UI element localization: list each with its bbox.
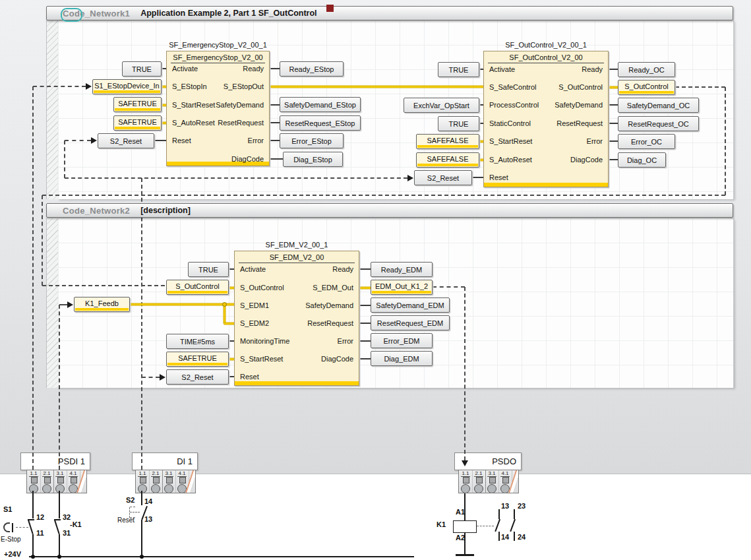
pin-stub (608, 86, 618, 88)
circuit-label-K1: K1 (436, 520, 446, 528)
network2-margin (46, 218, 59, 388)
function-block-SF_EmergencyStop_V2_00[interactable]: SF_EmergencyStop_V2_00ActivateS_EStopInS… (166, 51, 270, 166)
variable-box-Error_OC[interactable]: Error_OC (618, 134, 675, 149)
dashed-connection-line (433, 286, 465, 288)
variable-box-Diag_EStop[interactable]: Diag_EStop (283, 152, 343, 167)
variable-box-S2_Reset[interactable]: S2_Reset (166, 369, 229, 385)
variable-box-ResetRequest_EDM[interactable]: ResetRequest_EDM (371, 315, 450, 330)
dashed-connection-line (33, 86, 86, 87)
terminal-pin-number: 3.1 (53, 470, 67, 476)
function-block-SF_EDM_V2_00[interactable]: SF_EDM_V2_00ActivateS_OutControlS_EDM1S_… (234, 251, 359, 386)
terminal-pin-contact (55, 484, 65, 493)
terminal-pin-2.1: 2.1 (472, 470, 486, 493)
fb-input-pin-Reset: Reset (172, 137, 191, 144)
variable-box-ResetRequest_EStop[interactable]: ResetRequest_EStop (280, 115, 361, 131)
dashed-connection-line (59, 305, 60, 470)
variable-box-SAFEFALSE[interactable]: SAFEFALSE (416, 152, 479, 168)
variable-box-Ready_EDM[interactable]: Ready_EDM (371, 262, 433, 277)
variable-box-SAFETRUE[interactable]: SAFETRUE (113, 115, 162, 131)
variable-box-TRUE[interactable]: TRUE (438, 62, 479, 77)
terminal-pin-2.1: 2.1 (40, 470, 54, 493)
estop-button-icon (3, 522, 10, 532)
fb-input-pin-S_EDM2: S_EDM2 (240, 319, 269, 327)
circuit-wire (464, 493, 466, 520)
circuit-label--K1: -K1 (70, 520, 82, 528)
fb-output-pin-SafetyDemand: SafetyDemand (305, 301, 353, 309)
pin-stub (359, 305, 371, 306)
circuit-wire (514, 532, 515, 541)
terminal-pin-contact (461, 484, 470, 493)
fb-input-pin-S_AutoReset: S_AutoReset (172, 119, 215, 127)
terminal-pin-square (502, 477, 509, 483)
variable-box-TIME#5ms[interactable]: TIME#5ms (166, 334, 229, 349)
variable-box-SafetyDemand_EStop[interactable]: SafetyDemand_EStop (280, 97, 361, 112)
variable-box-TRUE[interactable]: TRUE (122, 61, 162, 77)
circuit-label-+24V: +24V (4, 550, 21, 558)
dashed-connection-line (675, 86, 725, 88)
variable-box-Diag_OC[interactable]: Diag_OC (618, 152, 666, 168)
terminal-pin-number: 1.1 (27, 470, 40, 476)
network2-description[interactable]: [description] (140, 206, 191, 215)
circuit-wire (54, 519, 61, 520)
variable-box-SafetyDemand_EDM[interactable]: SafetyDemand_EDM (371, 297, 450, 313)
variable-box-S2_Reset[interactable]: S2_Reset (414, 170, 472, 185)
connection-arrow (86, 83, 92, 90)
fb-instance-name: SF_EDM_V2_00_1 (234, 241, 359, 249)
mechanical-link-line (477, 526, 494, 526)
variable-box-S_OutControl[interactable]: S_OutControl (618, 80, 675, 95)
circuit-wire (141, 520, 142, 557)
terminal-strip-PSDO: 1.12.13.14.1 (458, 470, 519, 493)
circuit-label-A1: A1 (456, 508, 465, 516)
variable-box-SAFEFALSE[interactable]: SAFEFALSE (416, 134, 479, 149)
terminal-pin-contact (487, 484, 496, 493)
circuit-label-24: 24 (518, 533, 526, 541)
terminal-pin-contact (151, 484, 160, 493)
safety-wire (224, 323, 234, 325)
contactor-coil-K1 (453, 520, 477, 533)
fb-type-name: SF_OutControl_V2_00 (488, 51, 604, 63)
dashed-connection-line (141, 178, 142, 470)
variable-box-SAFETRUE[interactable]: SAFETRUE (166, 352, 229, 367)
pin-stub (608, 69, 618, 70)
variable-box-TRUE[interactable]: TRUE (188, 262, 229, 277)
variable-box-EDM_Out_K1_2[interactable]: EDM_Out_K1_2 (371, 280, 433, 295)
network1-header[interactable]: Code_Network1 Application Example 2, Par… (46, 6, 733, 20)
function-block-SF_OutControl_V2_00[interactable]: SF_OutControl_V2_00ActivateS_SafeControl… (483, 51, 609, 187)
variable-box-Error_EDM[interactable]: Error_EDM (371, 333, 433, 348)
variable-box-S1_EStopDevice_In[interactable]: S1_EStopDevice_In (92, 79, 162, 94)
terminal-pin-1.1: 1.1 (136, 470, 150, 493)
terminal-pin-contact (474, 484, 483, 493)
variable-box-TRUE[interactable]: TRUE (438, 116, 479, 131)
safety-wire (130, 303, 234, 305)
terminal-pin-number: 2.1 (149, 470, 162, 476)
pin-stub (471, 177, 484, 178)
terminal-label-PSDI 1: PSDI 1 (20, 452, 90, 470)
fb-output-pin-DiagCode: DiagCode (231, 155, 264, 163)
circuit-wire (498, 532, 500, 541)
terminal-pin-square (71, 477, 77, 483)
variable-box-Ready_EStop[interactable]: Ready_EStop (280, 61, 344, 77)
variable-box-ExchVar_OpStart[interactable]: ExchVar_OpStart (404, 98, 479, 113)
circuit-label-14: 14 (144, 497, 152, 505)
variable-box-S_OutControl[interactable]: S_OutControl (166, 280, 229, 295)
variable-box-Ready_OC[interactable]: Ready_OC (618, 62, 675, 77)
pin-stub (269, 122, 280, 123)
pin-stub (359, 287, 371, 289)
fb-input-pin-Activate: Activate (489, 65, 515, 73)
network1-description[interactable]: Application Example 2, Part 1 SF_OutCont… (140, 9, 316, 18)
fb-input-pin-MonitoringTime: MonitoringTime (240, 337, 289, 345)
pin-stub (359, 340, 371, 342)
variable-box-SafetyDemand_OC[interactable]: SafetyDemand_OC (618, 98, 699, 113)
fb-input-pin-S_StartReset: S_StartReset (172, 101, 215, 109)
pin-stub (359, 268, 371, 270)
variable-box-SAFETRUE[interactable]: SAFETRUE (113, 97, 162, 112)
variable-box-S2_Reset[interactable]: S2_Reset (98, 133, 154, 148)
variable-box-Diag_EDM[interactable]: Diag_EDM (371, 351, 433, 366)
variable-box-Error_EStop[interactable]: Error_EStop (280, 133, 344, 148)
fb-output-pin-Ready: Ready (332, 265, 353, 273)
fb-output-pin-Ready: Ready (582, 65, 603, 73)
network2-header[interactable]: Code_Network2 [description] (46, 203, 733, 218)
network2-title: Code_Network2 (63, 206, 130, 216)
variable-box-ResetRequest_OC[interactable]: ResetRequest_OC (618, 116, 699, 131)
variable-box-K1_Feedb[interactable]: K1_Feedb (74, 297, 130, 312)
